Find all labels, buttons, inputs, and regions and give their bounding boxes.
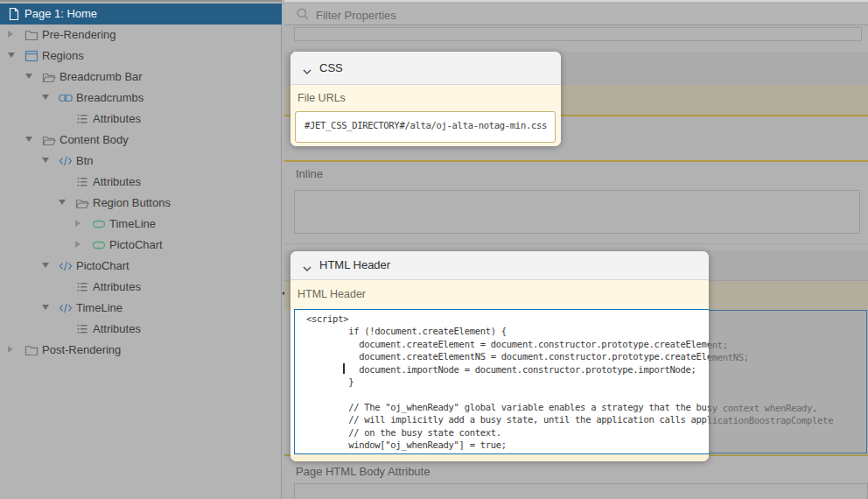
- css-section-title: CSS: [319, 61, 343, 74]
- tree-item-label: Attributes: [93, 322, 141, 335]
- tree-top-strip: [0, 0, 281, 2]
- code-line: if (!document.createElement) {: [306, 325, 709, 337]
- rendering-tree-panel: Page 1: HomePre-RenderingRegionsBreadcru…: [0, 0, 282, 499]
- highlight-border: [284, 160, 868, 162]
- folder-open-icon: [75, 196, 89, 210]
- code-line: // on the busy state context.: [306, 426, 709, 439]
- code-line: [306, 388, 709, 400]
- section-divider: [284, 243, 868, 244]
- collapse-arrow-icon[interactable]: [25, 137, 32, 142]
- tree-item-pictochart[interactable]: PictoChart: [0, 235, 282, 256]
- field-group-bottom-strip: [290, 454, 709, 461]
- tree-item-label: Pre-Rendering: [42, 28, 116, 41]
- folder-open-icon: [42, 133, 56, 147]
- file-urls-label: File URLs: [298, 92, 346, 104]
- expand-arrow-icon[interactable]: [8, 346, 13, 353]
- filter-properties-input[interactable]: Filter Properties: [316, 9, 396, 22]
- inline-css-textarea[interactable]: [294, 190, 860, 234]
- code-icon: [59, 259, 73, 273]
- tree-item-label: Breadcrumb Bar: [60, 70, 143, 83]
- code-line: // will implicitly add a busy state, unt…: [306, 413, 709, 425]
- inline-label: Inline: [296, 167, 323, 180]
- tree-item-label: Post-Rendering: [42, 343, 121, 356]
- code-line: window["oj_whenReady"] = true;: [306, 439, 709, 451]
- file-urls-input[interactable]: #JET_CSS_DIRECTORY#/alta/oj-alta-notag-m…: [295, 111, 556, 143]
- page-icon: [7, 7, 21, 21]
- tree-item-label: PictoChart: [109, 238, 163, 251]
- code-line: document.importNode = document.construct…: [306, 363, 709, 376]
- collapse-arrow-icon[interactable]: [42, 95, 49, 100]
- page-html-body-attribute-label: Page HTML Body Attribute: [296, 465, 430, 478]
- collapse-arrow-icon[interactable]: [25, 74, 32, 79]
- tree-item-label: Attributes: [93, 280, 141, 293]
- html-header-section-card: HTML Header HTML Header <script> if (!do…: [290, 251, 709, 461]
- tree-item-region-buttons[interactable]: Region Buttons: [0, 193, 282, 214]
- breadcrumbs-icon: [59, 91, 73, 105]
- chevron-down-icon: [302, 64, 312, 73]
- code-line: <script>: [306, 313, 709, 325]
- code-line: document.createElementNS = document.cons…: [306, 350, 709, 362]
- tree-item-breadcrumbs[interactable]: Breadcrumbs: [0, 88, 282, 109]
- html-header-section-title: HTML Header: [319, 258, 390, 271]
- tree-item-page-1-home[interactable]: Page 1: Home: [0, 4, 282, 25]
- code-line: document.createElement = document.constr…: [306, 338, 709, 350]
- attributes-icon: [75, 175, 89, 189]
- text-caret: [343, 363, 345, 374]
- html-header-section-header[interactable]: HTML Header: [290, 251, 709, 280]
- css-section-card: CSS File URLs #JET_CSS_DIRECTORY#/alta/o…: [290, 52, 561, 146]
- tree-item-timeline[interactable]: TimeLine: [0, 214, 282, 235]
- regions-icon: [24, 49, 38, 63]
- tree-item-attributes[interactable]: Attributes: [0, 277, 282, 298]
- page-html-body-attribute-textarea[interactable]: [294, 483, 868, 499]
- tree-item-pre-rendering[interactable]: Pre-Rendering: [0, 25, 282, 46]
- button-icon: [92, 217, 106, 231]
- code-icon: [59, 301, 73, 315]
- page-designer: Page 1: HomePre-RenderingRegionsBreadcru…: [0, 0, 868, 499]
- folder-open-icon: [42, 70, 56, 84]
- tree-item-label: TimeLine: [76, 301, 122, 314]
- tree-item-timeline[interactable]: TimeLine: [0, 298, 282, 319]
- tree-item-breadcrumb-bar[interactable]: Breadcrumb Bar: [0, 67, 282, 88]
- tree-item-attributes[interactable]: Attributes: [0, 109, 282, 130]
- collapse-arrow-icon[interactable]: [8, 53, 15, 58]
- file-urls-field-group: File URLs #JET_CSS_DIRECTORY#/alta/oj-al…: [290, 85, 561, 146]
- tree-item-regions[interactable]: Regions: [0, 46, 282, 67]
- folder-icon: [24, 28, 38, 42]
- tree-item-content-body[interactable]: Content Body: [0, 130, 282, 151]
- filter-properties-bar[interactable]: Filter Properties: [284, 2, 868, 25]
- html-header-label: HTML Header: [298, 288, 366, 300]
- tree-item-attributes[interactable]: Attributes: [0, 172, 282, 193]
- expand-arrow-icon[interactable]: [75, 241, 80, 248]
- tree-item-attributes[interactable]: Attributes: [0, 319, 282, 340]
- tree-item-label: Page 1: Home: [24, 7, 97, 20]
- html-header-field-group: HTML Header: [290, 280, 709, 309]
- collapse-arrow-icon[interactable]: [42, 158, 49, 163]
- scrolled-textarea-stub[interactable]: [294, 27, 862, 41]
- code-line: }: [306, 376, 709, 388]
- tree-item-label: Regions: [42, 49, 84, 62]
- tree-item-label: Content Body: [60, 133, 129, 146]
- search-icon: [296, 7, 310, 21]
- tree-item-post-rendering[interactable]: Post-Rendering: [0, 340, 282, 361]
- collapse-arrow-icon[interactable]: [59, 200, 66, 205]
- tree-item-label: TimeLine: [109, 217, 156, 230]
- chevron-down-icon: [302, 261, 312, 270]
- attributes-icon: [75, 322, 89, 336]
- attributes-icon: [75, 112, 89, 126]
- tree-item-label: Attributes: [93, 175, 141, 188]
- tree-item-label: Region Buttons: [93, 196, 171, 209]
- attributes-icon: [75, 280, 89, 294]
- folder-icon: [24, 343, 38, 357]
- collapse-arrow-icon[interactable]: [42, 305, 49, 310]
- tree-item-label: Attributes: [93, 112, 141, 125]
- tree-item-label: Btn: [76, 154, 94, 167]
- tree-item-label: Breadcrumbs: [76, 91, 144, 104]
- expand-arrow-icon[interactable]: [8, 31, 13, 38]
- tree-item-pictochart[interactable]: PictoChart: [0, 256, 282, 277]
- html-header-textarea[interactable]: <script> if (!document.createElement) { …: [294, 309, 709, 454]
- collapse-arrow-icon[interactable]: [42, 263, 49, 268]
- tree-item-btn[interactable]: Btn: [0, 151, 282, 172]
- expand-arrow-icon[interactable]: [75, 220, 80, 227]
- css-section-header[interactable]: CSS: [290, 52, 561, 85]
- button-icon: [92, 238, 106, 252]
